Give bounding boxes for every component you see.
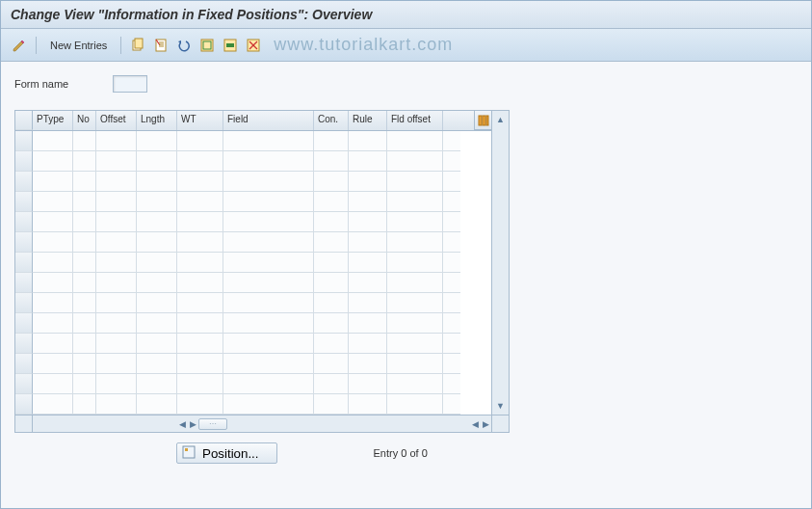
cell-offset[interactable] <box>96 253 137 273</box>
cell-no[interactable] <box>73 313 96 334</box>
cell-con[interactable] <box>314 293 349 313</box>
row-selector[interactable] <box>15 172 33 192</box>
cell-rule[interactable] <box>349 253 387 273</box>
cell-lngth[interactable] <box>137 394 177 415</box>
cell-rule[interactable] <box>349 374 387 394</box>
cell-field[interactable] <box>223 394 314 415</box>
cell-ptype[interactable] <box>33 394 73 415</box>
column-header-con[interactable]: Con. <box>314 111 349 130</box>
cell-wt[interactable] <box>177 253 223 273</box>
cell-con[interactable] <box>314 151 349 172</box>
cell-wt[interactable] <box>177 334 223 354</box>
cell-no[interactable] <box>73 212 96 232</box>
row-selector[interactable] <box>15 151 33 172</box>
cell-rule[interactable] <box>349 394 387 415</box>
cell-no[interactable] <box>73 232 96 253</box>
cell-rule[interactable] <box>349 273 387 293</box>
cell-ptype[interactable] <box>33 273 73 293</box>
row-selector[interactable] <box>15 334 33 354</box>
scroll-right-icon[interactable]: ▶ <box>188 419 198 429</box>
cell-lngth[interactable] <box>137 232 177 253</box>
column-header-rule[interactable]: Rule <box>349 111 387 130</box>
cell-ptype[interactable] <box>33 151 73 172</box>
cell-offset[interactable] <box>96 334 137 354</box>
horizontal-scrollbar[interactable]: ◀ ▶ ⋯ ◀ ▶ <box>15 415 509 432</box>
undo-icon[interactable] <box>173 35 195 56</box>
cell-fld_offset[interactable] <box>387 151 443 172</box>
copy-icon[interactable] <box>127 35 148 56</box>
row-selector[interactable] <box>15 232 33 253</box>
cell-field[interactable] <box>223 374 314 394</box>
scroll-down-icon[interactable]: ▼ <box>496 399 505 413</box>
cell-ptype[interactable] <box>33 334 73 354</box>
scroll-thumb[interactable]: ⋯ <box>198 418 227 430</box>
cell-lngth[interactable] <box>137 172 177 192</box>
cell-no[interactable] <box>73 374 96 394</box>
cell-field[interactable] <box>223 131 314 151</box>
cell-wt[interactable] <box>177 131 223 151</box>
cell-fld_offset[interactable] <box>387 394 443 415</box>
cell-lngth[interactable] <box>137 313 177 334</box>
cell-lngth[interactable] <box>137 273 177 293</box>
cell-offset[interactable] <box>96 172 137 192</box>
cell-con[interactable] <box>314 334 349 354</box>
cell-wt[interactable] <box>177 293 223 313</box>
cell-ptype[interactable] <box>33 172 73 192</box>
cell-field[interactable] <box>223 334 314 354</box>
cell-wt[interactable] <box>177 354 223 374</box>
cell-offset[interactable] <box>96 354 137 374</box>
cell-wt[interactable] <box>177 232 223 253</box>
cell-no[interactable] <box>73 131 96 151</box>
cell-lngth[interactable] <box>137 253 177 273</box>
cell-ptype[interactable] <box>33 293 73 313</box>
cell-ptype[interactable] <box>33 232 73 253</box>
cell-field[interactable] <box>223 354 314 374</box>
cell-con[interactable] <box>314 192 349 212</box>
cell-con[interactable] <box>314 131 349 151</box>
cell-rule[interactable] <box>349 172 387 192</box>
cell-ptype[interactable] <box>33 253 73 273</box>
row-selector-header[interactable] <box>15 111 33 130</box>
cell-con[interactable] <box>314 313 349 334</box>
cell-rule[interactable] <box>349 212 387 232</box>
cell-lngth[interactable] <box>137 374 177 394</box>
cell-wt[interactable] <box>177 394 223 415</box>
cell-offset[interactable] <box>96 394 137 415</box>
cell-lngth[interactable] <box>137 131 177 151</box>
deselect-all-icon[interactable] <box>243 35 264 56</box>
configure-columns-button[interactable] <box>474 111 491 130</box>
column-header-no[interactable]: No <box>73 111 96 130</box>
cell-field[interactable] <box>223 212 314 232</box>
cell-field[interactable] <box>223 232 314 253</box>
row-selector[interactable] <box>15 212 33 232</box>
cell-field[interactable] <box>223 151 314 172</box>
form-name-input[interactable] <box>113 75 147 93</box>
cell-rule[interactable] <box>349 151 387 172</box>
cell-fld_offset[interactable] <box>387 273 443 293</box>
cell-lngth[interactable] <box>137 151 177 172</box>
cell-fld_offset[interactable] <box>387 253 443 273</box>
cell-no[interactable] <box>73 394 96 415</box>
cell-ptype[interactable] <box>33 212 73 232</box>
cell-ptype[interactable] <box>33 313 73 334</box>
cell-no[interactable] <box>73 273 96 293</box>
select-all-icon[interactable] <box>196 35 218 56</box>
cell-fld_offset[interactable] <box>387 354 443 374</box>
cell-fld_offset[interactable] <box>387 313 443 334</box>
toggle-display-change-icon[interactable] <box>9 35 30 56</box>
row-selector[interactable] <box>15 131 33 151</box>
column-header-field[interactable]: Field <box>223 111 314 130</box>
column-header-wt[interactable]: WT <box>177 111 223 130</box>
cell-rule[interactable] <box>349 334 387 354</box>
cell-offset[interactable] <box>96 374 137 394</box>
cell-field[interactable] <box>223 313 314 334</box>
cell-fld_offset[interactable] <box>387 212 443 232</box>
scroll-up-icon[interactable]: ▲ <box>496 113 505 126</box>
cell-field[interactable] <box>223 273 314 293</box>
cell-offset[interactable] <box>96 212 137 232</box>
cell-offset[interactable] <box>96 151 137 172</box>
column-header-lngth[interactable]: Lngth <box>137 111 177 130</box>
cell-offset[interactable] <box>96 273 137 293</box>
cell-offset[interactable] <box>96 192 137 212</box>
cell-offset[interactable] <box>96 293 137 313</box>
